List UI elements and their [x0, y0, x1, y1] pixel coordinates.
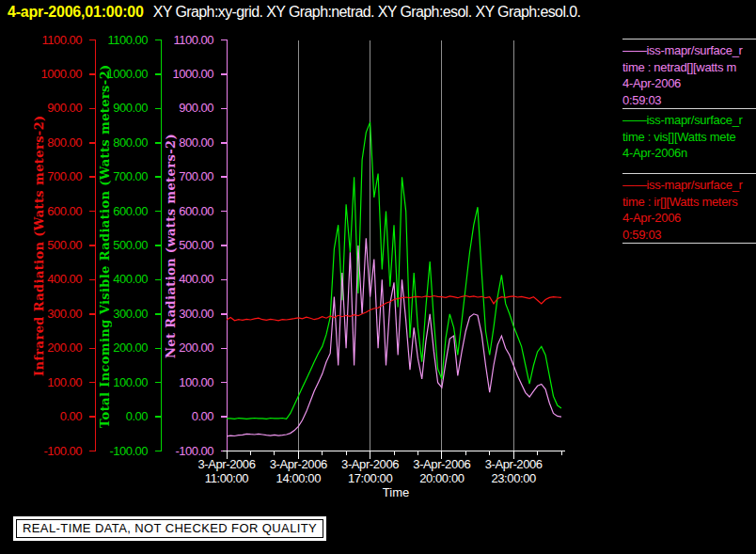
legend-entry-line: time : vis[][Watts mete — [622, 129, 756, 146]
series-netrad-line — [227, 238, 561, 435]
x-axis-title: Time — [358, 485, 433, 499]
legend-entry-line: ——iss-mapr/surface_r — [622, 42, 756, 59]
legend-entry-ir: ——iss-mapr/surface_rtime : ir[][Watts me… — [622, 174, 756, 243]
legend-entry-line: 0:59:03 — [622, 227, 756, 244]
x-tick-time: 23:00:00 — [471, 471, 556, 485]
y-axis-title-visible: Total Incoming Visible Radiation (Watts … — [95, 40, 114, 451]
legend-entry-line: ——iss-mapr/surface_r — [622, 112, 756, 129]
series-vis-line — [227, 122, 561, 419]
legend-entry-line: 4-Apr-2006 — [622, 210, 756, 227]
x-tick-label: 3-Apr-200623:00:00 — [471, 457, 556, 485]
quality-disclaimer: REAL-TIME DATA, NOT CHECKED FOR QUALITY — [16, 519, 323, 538]
series-ir-line — [227, 296, 561, 321]
legend-entry-netrad: ——iss-mapr/surface_rtime : netrad[][watt… — [622, 40, 756, 108]
legend-entry-line: time : ir[][Watts meters — [622, 194, 756, 211]
legend: ——iss-mapr/surface_rtime : netrad[][watt… — [622, 39, 756, 244]
y-axis-title-net: Net Radiation (watts meters-2) — [161, 40, 180, 451]
legend-entry-line: 4-Apr-2006 — [622, 75, 756, 92]
legend-entry-line: 0:59:03 — [622, 92, 756, 109]
legend-entry-vis: ——iss-mapr/surface_rtime : vis[][Watts m… — [622, 109, 756, 173]
legend-entry-line: ——iss-mapr/surface_r — [622, 177, 756, 194]
legend-separator — [622, 243, 756, 244]
y-axis-title-infrared: Infrared Radiation (Watts meters-2) — [29, 40, 48, 451]
legend-entry-line: 4-Apr-2006n — [622, 145, 756, 162]
x-tick-date: 3-Apr-2006 — [471, 457, 556, 471]
legend-entry-line: time : netrad[][watts m — [622, 59, 756, 76]
